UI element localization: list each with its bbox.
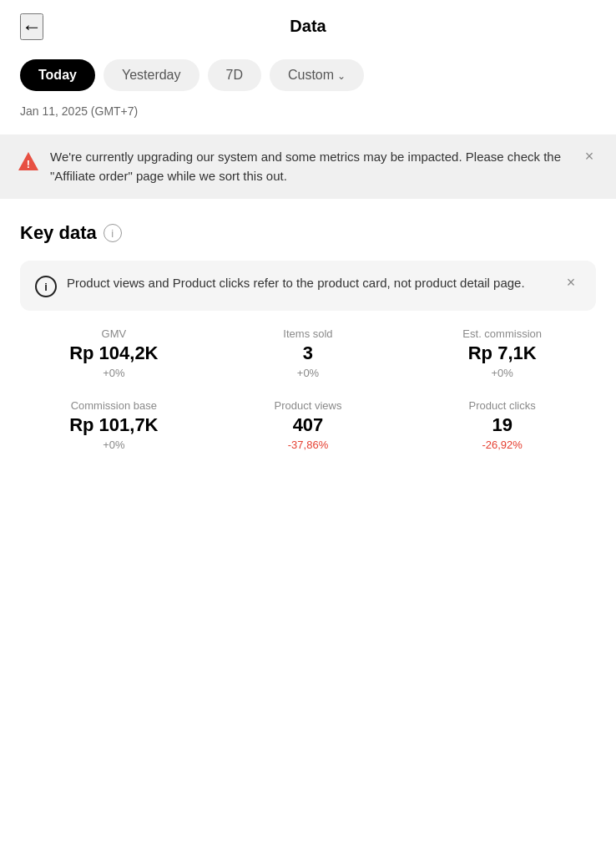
metric-views-value: 407	[293, 415, 324, 435]
metric-est-commission: Est. commission Rp 7,1K +0%	[408, 327, 596, 379]
page-title: Data	[290, 17, 326, 36]
metric-clicks-change: -26,92%	[482, 439, 522, 451]
metric-commission-base-label: Commission base	[71, 399, 157, 412]
tab-today[interactable]: Today	[20, 59, 95, 91]
tab-custom[interactable]: Custom ⌄	[270, 59, 364, 91]
metric-gmv-label: GMV	[102, 327, 127, 340]
tab-yesterday[interactable]: Yesterday	[104, 59, 199, 91]
tab-7d[interactable]: 7D	[208, 59, 261, 91]
header: ← Data	[0, 0, 616, 49]
tabs-row: Today Yesterday 7D Custom ⌄	[0, 49, 616, 101]
info-icon: i	[35, 276, 57, 297]
metric-commission-change: +0%	[491, 367, 512, 379]
metric-items-change: +0%	[297, 367, 319, 379]
date-label: Jan 11, 2025 (GMT+7)	[0, 101, 616, 128]
back-button[interactable]: ←	[20, 13, 43, 40]
metric-clicks-label: Product clicks	[469, 399, 536, 412]
info-banner: i Product views and Product clicks refer…	[20, 261, 596, 311]
metric-views-change: -37,86%	[288, 439, 328, 451]
metric-commission-label: Est. commission	[462, 327, 542, 340]
section-header: Key data i	[0, 205, 616, 254]
info-banner-message: Product views and Product clicks refer t…	[67, 274, 551, 293]
metric-clicks-value: 19	[492, 415, 512, 435]
metric-gmv: GMV Rp 104,2K +0%	[20, 327, 208, 379]
metric-commission-base-change: +0%	[103, 439, 124, 451]
key-data-info-icon[interactable]: i	[104, 224, 122, 242]
metrics-grid: GMV Rp 104,2K +0% Items sold 3 +0% Est. …	[0, 327, 616, 451]
alert-message: We're currently upgrading our system and…	[50, 148, 569, 185]
metric-items-sold: Items sold 3 +0%	[215, 327, 402, 379]
metric-views-label: Product views	[275, 399, 342, 412]
metric-items-label: Items sold	[283, 327, 332, 340]
alert-banner: ! We're currently upgrading our system a…	[0, 134, 616, 199]
metric-items-value: 3	[303, 343, 313, 363]
metric-commission-base-value: Rp 101,7K	[69, 415, 158, 435]
svg-text:!: !	[27, 158, 30, 170]
info-banner-close-button[interactable]: ×	[561, 274, 581, 292]
metric-commission-base: Commission base Rp 101,7K +0%	[20, 399, 208, 451]
warning-icon: !	[17, 150, 40, 173]
metric-commission-value: Rp 7,1K	[468, 343, 537, 363]
metric-gmv-value: Rp 104,2K	[69, 343, 158, 363]
metric-product-views: Product views 407 -37,86%	[215, 399, 402, 451]
metric-product-clicks: Product clicks 19 -26,92%	[408, 399, 596, 451]
alert-close-button[interactable]: ×	[579, 148, 599, 165]
section-title: Key data	[20, 222, 97, 244]
chevron-down-icon: ⌄	[337, 70, 346, 82]
metric-gmv-change: +0%	[103, 367, 124, 379]
